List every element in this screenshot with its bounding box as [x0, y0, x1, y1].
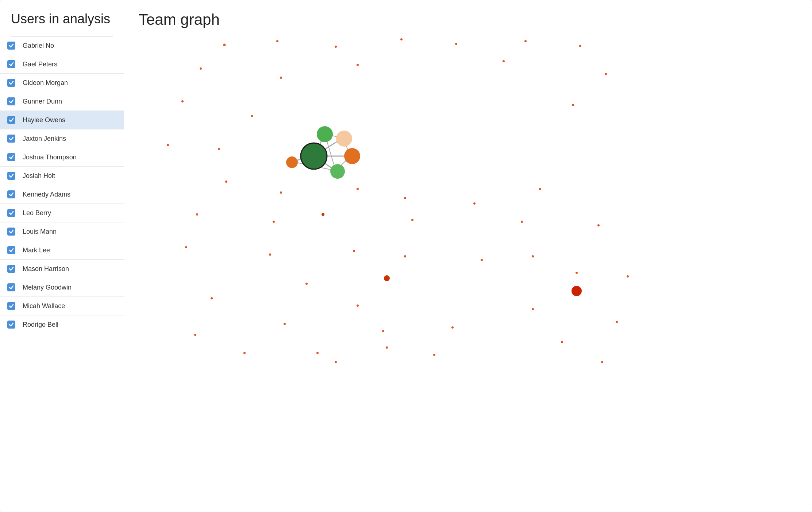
user-name: Gideon Morgan: [23, 79, 68, 87]
user-checkbox[interactable]: [7, 153, 15, 161]
scatter-dot: [223, 44, 226, 46]
list-item[interactable]: Kennedy Adams: [0, 185, 124, 204]
graph-svg: [139, 36, 797, 497]
scatter-dot: [561, 341, 563, 343]
scatter-dot: [627, 275, 629, 278]
user-name: Rodrigo Bell: [23, 321, 58, 329]
scatter-dot: [411, 219, 413, 221]
user-name: Leo Berry: [23, 209, 51, 217]
user-checkbox[interactable]: [7, 228, 15, 236]
scatter-dot: [597, 224, 600, 226]
cluster-node-right-orange[interactable]: [344, 148, 360, 164]
scatter-dot-xlarge: [572, 286, 582, 296]
scatter-dot: [218, 148, 220, 150]
list-item[interactable]: Leo Berry: [0, 204, 124, 222]
cluster-node-center[interactable]: [301, 143, 327, 169]
user-checkbox[interactable]: [7, 42, 15, 50]
user-checkbox[interactable]: [7, 116, 15, 124]
user-checkbox[interactable]: [7, 79, 15, 87]
list-item[interactable]: Micah Wallace: [0, 297, 124, 315]
scatter-dot: [576, 272, 578, 274]
scatter-dot: [473, 202, 476, 205]
scatter-dot: [273, 221, 275, 223]
scatter-dot: [185, 246, 187, 248]
user-name: Melany Goodwin: [23, 284, 72, 291]
user-checkbox[interactable]: [7, 246, 15, 254]
sidebar: Users in analysis Gabriel NoGael PetersG…: [0, 0, 124, 512]
user-name: Gabriel No: [23, 42, 54, 50]
user-checkbox[interactable]: [7, 97, 15, 105]
user-name: Gael Peters: [23, 61, 57, 68]
scatter-dot: [357, 188, 359, 190]
scatter-dot: [404, 255, 406, 257]
scatter-dot: [181, 100, 184, 102]
scatter-dot: [357, 305, 359, 307]
user-checkbox[interactable]: [7, 265, 15, 273]
cluster-node-upper-green[interactable]: [317, 126, 333, 142]
sidebar-header: Users in analysis: [0, 0, 124, 30]
list-item[interactable]: Gabriel No: [0, 36, 124, 55]
list-item[interactable]: Joshua Thompson: [0, 148, 124, 167]
scatter-dot: [386, 346, 388, 349]
scatter-dot: [503, 60, 505, 62]
list-item[interactable]: Gunner Dunn: [0, 92, 124, 111]
scatter-dot: [532, 255, 534, 257]
user-name: Mark Lee: [23, 247, 50, 254]
sidebar-title: Users in analysis: [11, 11, 113, 27]
scatter-dot: [353, 250, 355, 252]
user-name: Jaxton Jenkins: [23, 135, 66, 143]
scatter-dot: [451, 326, 454, 329]
cluster-node-left-orange[interactable]: [286, 156, 298, 168]
scatter-dot: [211, 297, 213, 299]
user-checkbox[interactable]: [7, 60, 15, 68]
graph-area: [139, 36, 797, 497]
scatter-dot: [305, 283, 308, 285]
scatter-dot-med: [322, 213, 324, 216]
list-item[interactable]: Josiah Holt: [0, 167, 124, 185]
scatter-dot: [404, 197, 406, 199]
scatter-dot: [601, 361, 603, 363]
user-name: Micah Wallace: [23, 302, 65, 310]
scatter-dot: [521, 221, 523, 223]
scatter-dot: [579, 45, 581, 47]
user-name: Louis Mann: [23, 228, 57, 236]
scatter-dot: [200, 67, 202, 70]
user-checkbox[interactable]: [7, 302, 15, 310]
scatter-dot: [243, 352, 246, 354]
user-checkbox[interactable]: [7, 190, 15, 198]
list-item[interactable]: Mason Harrison: [0, 260, 124, 278]
list-item[interactable]: Gael Peters: [0, 55, 124, 74]
cluster-node-peach[interactable]: [336, 131, 352, 147]
cluster-node-lower-green[interactable]: [330, 164, 345, 179]
scatter-dot: [335, 361, 337, 363]
scatter-dot: [196, 213, 198, 216]
list-item[interactable]: Louis Mann: [0, 222, 124, 241]
user-checkbox[interactable]: [7, 283, 15, 291]
scatter-dot: [616, 321, 618, 323]
scatter-dot: [269, 253, 271, 256]
list-item[interactable]: Gideon Morgan: [0, 74, 124, 92]
scatter-dot: [280, 191, 282, 194]
user-name: Josiah Holt: [23, 172, 55, 180]
scatter-dot: [382, 330, 384, 332]
user-name: Joshua Thompson: [23, 154, 77, 161]
user-list: Gabriel NoGael PetersGideon MorganGunner…: [0, 36, 124, 512]
list-item[interactable]: Melany Goodwin: [0, 278, 124, 297]
main-panel: Team graph: [124, 0, 812, 512]
user-checkbox[interactable]: [7, 135, 15, 143]
scatter-dot: [605, 73, 607, 75]
list-item[interactable]: Mark Lee: [0, 241, 124, 260]
list-item[interactable]: Haylee Owens: [0, 111, 124, 129]
scatter-dot: [433, 354, 435, 356]
user-checkbox[interactable]: [7, 209, 15, 217]
scatter-dot: [194, 334, 196, 336]
scatter-dot: [167, 144, 169, 146]
user-name: Mason Harrison: [23, 265, 69, 273]
scatter-dot: [316, 352, 319, 354]
scatter-dot: [455, 43, 457, 45]
list-item[interactable]: Jaxton Jenkins: [0, 129, 124, 148]
user-checkbox[interactable]: [7, 172, 15, 180]
list-item[interactable]: Rodrigo Bell: [0, 315, 124, 334]
user-checkbox[interactable]: [7, 321, 15, 329]
scatter-dot: [284, 323, 286, 325]
